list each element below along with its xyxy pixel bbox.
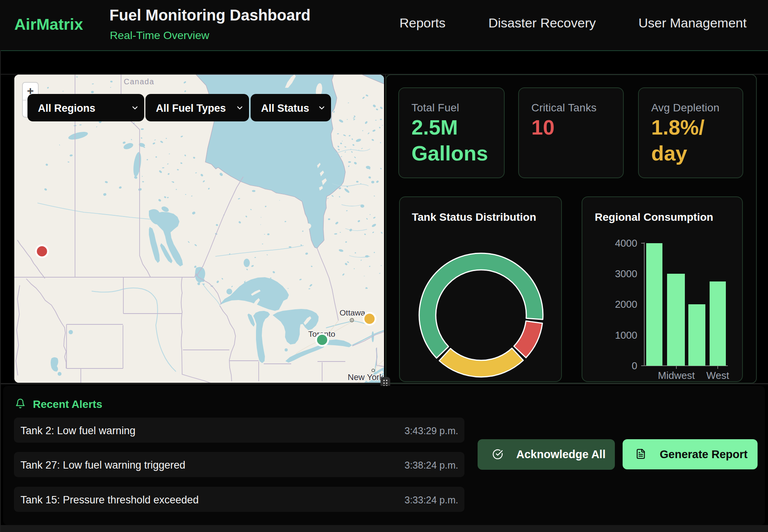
svg-text:West: West — [707, 370, 730, 381]
svg-text:0: 0 — [632, 360, 637, 372]
svg-text:Canada: Canada — [124, 77, 154, 86]
svg-text:4000: 4000 — [615, 237, 637, 249]
svg-text:2000: 2000 — [615, 298, 637, 310]
svg-text:Midwest: Midwest — [658, 370, 695, 381]
svg-text:New York: New York — [348, 372, 384, 382]
svg-text:3000: 3000 — [615, 268, 637, 280]
svg-text:Ottawa: Ottawa — [340, 308, 365, 317]
svg-text:1000: 1000 — [615, 329, 637, 341]
